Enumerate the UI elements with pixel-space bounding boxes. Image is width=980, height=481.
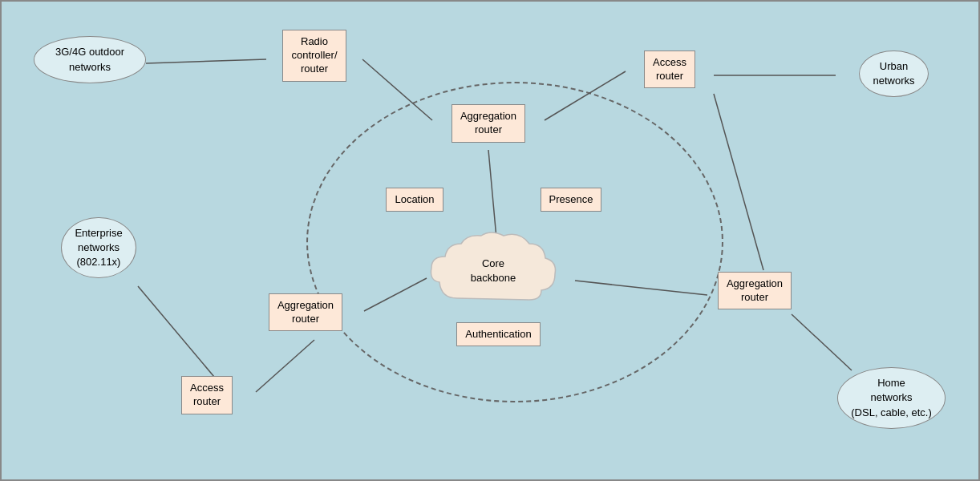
presence-node: Presence: [527, 182, 615, 217]
aggregation-router-right-label: Aggregationrouter: [727, 277, 783, 303]
3g4g-ellipse: 3G/4G outdoor networks: [34, 36, 146, 83]
aggregation-router-top-node: Aggregationrouter: [432, 96, 545, 151]
access-router-top-box: Accessrouter: [644, 51, 695, 89]
svg-line-4: [488, 150, 496, 238]
home-ellipse: Homenetworks(DSL, cable, etc.): [837, 367, 945, 429]
access-router-bottom-box: Accessrouter: [181, 376, 233, 414]
presence-label: Presence: [549, 193, 593, 205]
location-label: Location: [395, 193, 434, 205]
access-router-top-label: Accessrouter: [653, 56, 686, 82]
authentication-node: Authentication: [436, 317, 561, 352]
core-backbone-label: Corebackbone: [417, 257, 569, 285]
access-router-bottom-node: Accessrouter: [162, 372, 252, 418]
svg-line-2: [545, 71, 626, 120]
radio-controller-node: Radiocontroller/router: [266, 30, 362, 82]
3g4g-label: 3G/4G outdoor networks: [55, 46, 124, 72]
svg-line-9: [792, 314, 852, 370]
svg-line-8: [575, 281, 707, 295]
svg-line-6: [256, 340, 314, 392]
3g4g-networks-node: 3G/4G outdoor networks: [34, 30, 146, 90]
urban-ellipse: Urbannetworks: [859, 51, 928, 97]
svg-line-1: [362, 59, 432, 120]
aggregation-router-top-box: Aggregationrouter: [452, 104, 525, 143]
aggregation-router-top-label: Aggregationrouter: [460, 110, 516, 135]
core-backbone-node: Corebackbone: [417, 226, 569, 322]
urban-networks-node: Urbannetworks: [836, 46, 952, 102]
urban-label: Urbannetworks: [873, 60, 914, 87]
aggregation-router-left-label: Aggregationrouter: [277, 299, 334, 325]
radio-controller-label: Radiocontroller/router: [291, 35, 337, 75]
access-router-top-node: Accessrouter: [626, 47, 714, 91]
svg-line-0: [146, 59, 266, 63]
aggregation-router-right-node: Aggregationrouter: [699, 265, 810, 317]
location-node: Location: [371, 182, 459, 217]
aggregation-router-left-box: Aggregationrouter: [269, 293, 342, 332]
authentication-label: Authentication: [465, 328, 531, 340]
aggregation-router-left-node: Aggregationrouter: [250, 286, 361, 338]
location-box: Location: [386, 188, 443, 212]
home-label: Homenetworks(DSL, cable, etc.): [851, 377, 931, 418]
radio-controller-box: Radiocontroller/router: [282, 30, 346, 82]
presence-box: Presence: [541, 188, 602, 212]
diagram-container: 3G/4G outdoor networks Radiocontroller/r…: [0, 0, 980, 481]
aggregation-router-right-box: Aggregationrouter: [718, 272, 792, 310]
svg-line-10: [714, 94, 763, 270]
enterprise-networks-node: Enterprisenetworks(802.11x): [35, 212, 162, 284]
access-router-bottom-label: Accessrouter: [190, 382, 224, 407]
enterprise-ellipse: Enterprisenetworks(802.11x): [61, 217, 136, 279]
authentication-box: Authentication: [456, 322, 540, 347]
home-networks-node: Homenetworks(DSL, cable, etc.): [821, 364, 962, 432]
svg-line-5: [138, 286, 214, 377]
enterprise-label: Enterprisenetworks(802.11x): [75, 227, 122, 268]
